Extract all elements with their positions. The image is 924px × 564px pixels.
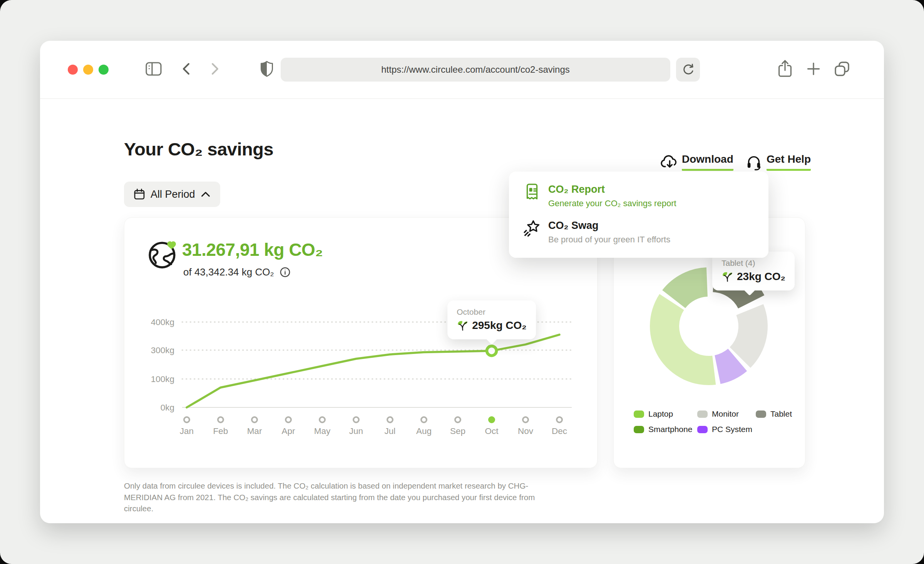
month-dot-Jan[interactable] [184,417,189,422]
period-filter-label: All Period [151,189,195,200]
forward-icon[interactable] [206,60,223,78]
month-dot-Sep[interactable] [455,417,460,422]
menu-item-title: CO₂ Swag [548,219,670,232]
month-dot-Jun[interactable] [353,417,359,422]
download-menu: CO₂ Report Generate your CO₂ savings rep… [509,172,768,258]
active-point-marker[interactable] [487,346,497,355]
savings-line [187,335,559,407]
browser-window: https://www.circulee.com/account/co2-sav… [40,41,884,523]
legend-swatch [756,410,766,418]
line-chart-tooltip: October 295kg CO₂ [447,300,536,339]
month-label: Feb [213,426,228,436]
legend-swatch [697,426,708,433]
new-tab-icon[interactable] [805,60,822,78]
legend-item-smartphone[interactable]: Smartphone [634,425,697,434]
legend-item-laptop[interactable]: Laptop [634,409,697,419]
shooting-star-icon [523,219,541,238]
month-dot-Oct[interactable] [488,416,495,423]
month-label: Oct [485,426,499,436]
month-dot-Dec[interactable] [557,417,562,422]
month-label: Apr [281,426,295,436]
month-dot-Nov[interactable] [523,417,528,422]
chevron-up-icon [200,190,211,198]
cloud-download-icon [660,154,678,170]
tooltip-segment: Tablet (4) [721,259,785,268]
close-button[interactable] [68,65,78,75]
donut-legend: LaptopMonitorTabletSmartphonePC System [634,409,792,434]
get-help-link[interactable]: Get Help [745,153,811,171]
menu-item-co2-swag[interactable]: CO₂ Swag Be proud of your green IT effor… [523,219,755,245]
headset-icon [745,153,762,171]
tooltip-month: October [457,307,527,317]
share-icon[interactable] [776,60,794,78]
month-dot-Feb[interactable] [218,417,223,422]
download-link[interactable]: Download [660,153,733,171]
calendar-icon [133,188,146,201]
privacy-shield-icon[interactable] [258,60,276,78]
menu-item-subtitle: Generate your CO₂ savings report [548,199,676,209]
month-label: Mar [247,426,262,436]
month-dot-Apr[interactable] [286,417,291,422]
month-label: Nov [518,426,534,436]
reload-icon [681,63,695,77]
screen: https://www.circulee.com/account/co2-sav… [0,0,924,564]
legend-swatch [697,410,708,418]
month-label: Aug [416,426,432,436]
donut-segment-laptop[interactable] [650,294,716,385]
legend-swatch [634,410,644,418]
month-label: Jun [349,426,363,436]
sprout-icon [457,320,469,331]
report-icon [523,183,541,202]
browser-toolbar: https://www.circulee.com/account/co2-sav… [40,41,884,99]
y-tick-label: 400kg [151,317,174,327]
month-dot-Jul[interactable] [387,417,393,422]
legend-label: Smartphone [648,425,692,434]
legend-label: Laptop [648,409,673,419]
back-icon[interactable] [178,60,196,78]
month-dot-May[interactable] [320,417,325,422]
minimize-button[interactable] [83,65,93,75]
url-text: https://www.circulee.com/account/co2-sav… [381,64,570,75]
legend-item-monitor[interactable]: Monitor [697,409,756,419]
legend-swatch [634,426,644,433]
reload-button[interactable] [676,58,700,82]
menu-item-co2-report[interactable]: CO₂ Report Generate your CO₂ savings rep… [523,183,755,209]
tooltip-value: 23kg CO₂ [737,270,785,283]
month-label: Sep [450,426,465,436]
sprout-icon [721,271,734,282]
address-bar[interactable]: https://www.circulee.com/account/co2-sav… [281,58,670,82]
footer-note: Only data from circulee devices is inclu… [124,480,551,514]
page-title: Your CO₂ savings [124,138,273,160]
y-tick-label: 300kg [151,345,174,355]
month-dot-Aug[interactable] [421,417,427,422]
legend-label: Monitor [712,409,739,419]
menu-item-title: CO₂ Report [548,183,676,196]
get-help-label: Get Help [767,153,811,171]
legend-item-tablet[interactable]: Tablet [756,409,792,419]
download-label: Download [682,153,733,171]
sidebar-toggle-icon[interactable] [145,60,162,78]
legend-label: Tablet [770,409,792,419]
tabs-overview-icon[interactable] [833,60,851,78]
zoom-button[interactable] [99,65,109,75]
tooltip-value: 295kg CO₂ [472,319,527,332]
month-label: May [314,426,331,436]
month-label: Jan [180,426,194,436]
menu-item-subtitle: Be proud of your green IT efforts [548,235,670,245]
legend-item-pc-system[interactable]: PC System [697,425,756,434]
month-label: Dec [552,426,567,436]
month-dot-Mar[interactable] [252,417,257,422]
y-tick-label: 100kg [151,374,174,384]
month-label: Jul [385,426,396,436]
legend-label: PC System [712,425,752,434]
y-tick-label: 0kg [161,403,174,412]
period-filter-button[interactable]: All Period [124,182,220,207]
